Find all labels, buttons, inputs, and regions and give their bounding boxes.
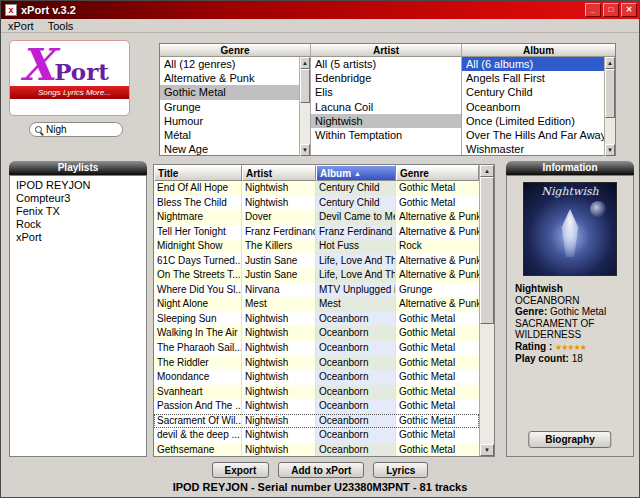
- genre-item[interactable]: Alternative & Punk: [160, 71, 299, 85]
- cell-artist: Nightwish: [242, 414, 316, 429]
- artist-header[interactable]: Artist: [311, 44, 461, 57]
- track-row[interactable]: Bless The Child Nightwish Century Child …: [154, 196, 479, 211]
- genre-item[interactable]: Humour: [160, 114, 299, 128]
- menu-item[interactable]: Tools: [41, 19, 81, 33]
- track-row[interactable]: Midnight Show The Killers Hot Fuss Rock: [154, 239, 479, 254]
- cell-genre: Gothic Metal: [396, 385, 479, 400]
- export-button[interactable]: Export: [212, 462, 270, 478]
- track-row[interactable]: Night Alone Mest Mest Alternative & Punk: [154, 297, 479, 312]
- search-icon: [35, 126, 42, 133]
- playlists-panel-header: Playlists: [9, 161, 147, 175]
- genre-scrollbar[interactable]: ▲ ▼: [299, 57, 310, 156]
- album-item[interactable]: Angels Fall First: [462, 71, 604, 85]
- cell-artist: Nightwish: [242, 356, 316, 371]
- scroll-up-icon[interactable]: ▲: [480, 165, 494, 177]
- artist-item[interactable]: Edenbridge: [311, 71, 461, 85]
- track-row[interactable]: Passion And The ... Nightwish Oceanborn …: [154, 399, 479, 414]
- menu-item[interactable]: xPort: [1, 19, 41, 33]
- track-row[interactable]: Sleeping Sun Nightwish Oceanborn Gothic …: [154, 312, 479, 327]
- artist-item[interactable]: Lacuna Coil: [311, 100, 461, 114]
- cell-artist: Nightwish: [242, 181, 316, 196]
- close-button[interactable]: ✕: [621, 3, 637, 17]
- track-row[interactable]: End Of All Hope Nightwish Century Child …: [154, 181, 479, 196]
- scroll-up-icon[interactable]: ▲: [300, 57, 310, 69]
- track-row[interactable]: The Pharaoh Sail... Nightwish Oceanborn …: [154, 341, 479, 356]
- column-header[interactable]: Genre: [396, 165, 479, 181]
- add-to-xport-button[interactable]: Add to xPort: [278, 462, 364, 478]
- album-art: Nightwish: [523, 182, 617, 276]
- genre-item[interactable]: Grunge: [160, 100, 299, 114]
- artist-item[interactable]: Elis: [311, 85, 461, 99]
- cell-genre: Alternative & Punk: [396, 268, 479, 283]
- album-item[interactable]: Oceanborn: [462, 100, 604, 114]
- genre-header[interactable]: Genre: [160, 44, 310, 57]
- track-row[interactable]: Tell Her Tonight Franz Ferdinand Franz F…: [154, 225, 479, 240]
- cell-artist: Nightwish: [242, 399, 316, 414]
- column-header-label: Album: [320, 168, 351, 179]
- album-header[interactable]: Album: [462, 44, 615, 57]
- cell-title: Gethsemane: [154, 443, 242, 456]
- info-track: SACRAMENT OF WILDERNESS: [515, 318, 625, 341]
- artist-item[interactable]: All (5 artists): [311, 57, 461, 71]
- track-table-header: Title Artist Album ▲ Genre: [154, 165, 479, 181]
- cell-genre: Alternative & Punk: [396, 225, 479, 240]
- track-row[interactable]: Sacrament Of Wil... Nightwish Oceanborn …: [154, 414, 479, 429]
- info-rating: Rating : ★★★★★: [515, 341, 625, 354]
- track-row[interactable]: Gethsemane Nightwish Oceanborn Gothic Me…: [154, 443, 479, 456]
- column-header[interactable]: Artist: [242, 165, 316, 181]
- scroll-thumb[interactable]: [605, 69, 615, 118]
- playlist-item[interactable]: Fenix TX: [10, 205, 146, 218]
- search-input[interactable]: [46, 124, 116, 135]
- maximize-button[interactable]: □: [603, 3, 619, 17]
- playlist-item[interactable]: IPOD REYJON: [10, 179, 146, 192]
- artist-item[interactable]: Nightwish: [311, 114, 461, 128]
- cell-genre: Alternative & Punk: [396, 210, 479, 225]
- track-row[interactable]: devil & the deep ... Nightwish Oceanborn…: [154, 428, 479, 443]
- cell-album: Oceanborn: [316, 370, 396, 385]
- album-item[interactable]: Over The Hills And Far Away: [462, 128, 604, 142]
- table-scrollbar[interactable]: ▲ ▼: [479, 165, 494, 456]
- cell-album: Hot Fuss: [316, 239, 396, 254]
- rating-stars-icon: ★★★★★: [555, 343, 586, 352]
- cell-genre: Gothic Metal: [396, 370, 479, 385]
- track-row[interactable]: Svanheart Nightwish Oceanborn Gothic Met…: [154, 385, 479, 400]
- cell-title: Nightmare: [154, 210, 242, 225]
- track-row[interactable]: Where Did You Sl... Nirvana MTV Unplugge…: [154, 283, 479, 298]
- album-item[interactable]: Wishmaster: [462, 142, 604, 156]
- scroll-thumb[interactable]: [480, 177, 494, 324]
- biography-button[interactable]: Biography: [528, 431, 611, 448]
- scroll-down-icon[interactable]: ▼: [300, 144, 310, 156]
- minimize-button[interactable]: _: [585, 3, 601, 17]
- scroll-down-icon[interactable]: ▼: [605, 144, 615, 156]
- info-genre: Genre: Gothic Metal: [515, 306, 625, 318]
- title-bar[interactable]: x xPort v.3.2 _ □ ✕: [1, 1, 639, 19]
- track-row[interactable]: Nightmare Dover Devil Came to Me Alterna…: [154, 210, 479, 225]
- column-header-label: Title: [158, 168, 178, 179]
- album-item[interactable]: Century Child: [462, 85, 604, 99]
- lyrics-button[interactable]: Lyrics: [373, 462, 428, 478]
- album-item[interactable]: All (6 albums): [462, 57, 604, 71]
- playlist-item[interactable]: Compteur3: [10, 192, 146, 205]
- cell-title: End Of All Hope: [154, 181, 242, 196]
- column-header[interactable]: Album ▲: [316, 165, 396, 181]
- scroll-down-icon[interactable]: ▼: [480, 444, 494, 456]
- playlist-item[interactable]: xPort: [10, 231, 146, 244]
- track-row[interactable]: 61C Days Turned... Justin Sane Life, Lov…: [154, 254, 479, 269]
- scroll-thumb[interactable]: [300, 69, 310, 103]
- genre-item[interactable]: Gothic Metal: [160, 85, 299, 99]
- album-item[interactable]: Once (Limited Edition): [462, 114, 604, 128]
- scroll-up-icon[interactable]: ▲: [605, 57, 615, 69]
- genre-item[interactable]: New Age: [160, 142, 299, 156]
- column-header[interactable]: Title: [154, 165, 242, 181]
- track-row[interactable]: Walking In The Air Nightwish Oceanborn G…: [154, 326, 479, 341]
- track-row[interactable]: On The Streets T... Justin Sane Life, Lo…: [154, 268, 479, 283]
- playlist-item[interactable]: Rock: [10, 218, 146, 231]
- cell-title: Where Did You Sl...: [154, 283, 242, 298]
- artist-item[interactable]: Within Temptation: [311, 128, 461, 142]
- track-row[interactable]: The Riddler Nightwish Oceanborn Gothic M…: [154, 356, 479, 371]
- track-row[interactable]: Moondance Nightwish Oceanborn Gothic Met…: [154, 370, 479, 385]
- genre-item[interactable]: Métal: [160, 128, 299, 142]
- cell-genre: Gothic Metal: [396, 414, 479, 429]
- genre-item[interactable]: All (12 genres): [160, 57, 299, 71]
- album-scrollbar[interactable]: ▲ ▼: [604, 57, 615, 156]
